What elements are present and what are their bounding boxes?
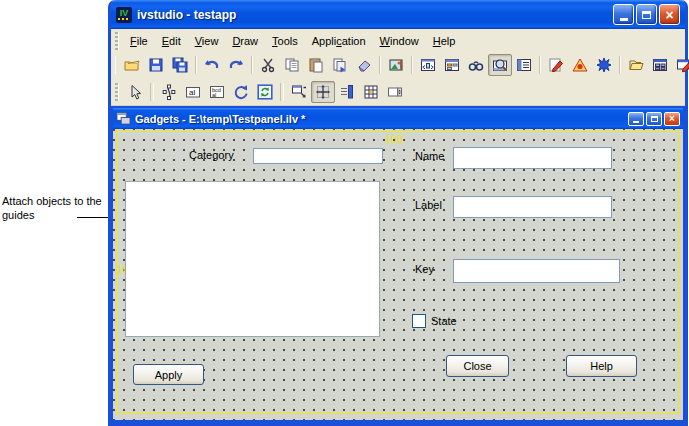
tool-reload-button[interactable] xyxy=(253,81,277,103)
tool-edit-script-button[interactable] xyxy=(544,54,568,76)
tool-duplicate-button[interactable] xyxy=(328,54,352,76)
tool-multiline-gadget-button[interactable]: bcdal xyxy=(205,81,229,103)
tool-undo-button[interactable] xyxy=(200,54,224,76)
toolbar-separator xyxy=(411,56,413,74)
group-editor-icon xyxy=(516,57,532,73)
tool-group-editor-button[interactable] xyxy=(512,54,536,76)
menu-draw[interactable]: Draw xyxy=(225,33,265,49)
tool-paste-button[interactable] xyxy=(304,54,328,76)
menu-file[interactable]: File xyxy=(123,33,155,49)
edit-points-icon xyxy=(161,84,177,100)
menu-window[interactable]: Window xyxy=(373,33,426,49)
guide-label-top[interactable]: 100 xyxy=(385,133,403,145)
close-icon: × xyxy=(665,8,673,22)
apply-button[interactable]: Apply xyxy=(133,364,204,385)
label-label: Label xyxy=(415,199,442,211)
tool-align-objects-button[interactable] xyxy=(335,81,359,103)
gadgets-maximize-button[interactable] xyxy=(646,112,662,126)
toolbar-main-grip[interactable] xyxy=(115,56,116,74)
app-window: IV ivstudio - testapp × FileEditViewDraw… xyxy=(108,0,688,426)
debug-icon xyxy=(596,57,612,73)
resize-mode-icon xyxy=(315,84,331,100)
menu-application[interactable]: Application xyxy=(305,33,373,49)
copy-icon xyxy=(284,57,300,73)
category-field[interactable] xyxy=(253,148,383,164)
menu-edit[interactable]: Edit xyxy=(155,33,188,49)
toolbar-separator xyxy=(379,56,381,74)
toolbar-separator xyxy=(619,56,621,74)
tool-inspect-panel-button[interactable] xyxy=(440,54,464,76)
menu-help[interactable]: Help xyxy=(426,33,463,49)
tool-edit-window-button[interactable] xyxy=(672,54,689,76)
gadgets-titlebar[interactable]: Gadgets - E:\temp\Testpanel.ilv * × xyxy=(113,108,683,129)
tool-label-gadget-button[interactable]: al xyxy=(181,81,205,103)
tool-attach-guides-button[interactable] xyxy=(287,81,311,103)
toolbar-edit-grip[interactable] xyxy=(115,83,119,101)
tool-select-button[interactable] xyxy=(123,81,147,103)
tool-alerts-button[interactable] xyxy=(568,54,592,76)
inspect-panel-icon xyxy=(444,57,460,73)
gadgets-window-controls: × xyxy=(628,112,680,126)
tool-matrix-gadget-button[interactable] xyxy=(359,81,383,103)
tool-save-button[interactable] xyxy=(144,54,168,76)
menubar-grip[interactable] xyxy=(115,32,119,50)
tool-open-panel-button[interactable] xyxy=(624,54,648,76)
minimize-button[interactable] xyxy=(613,4,634,25)
close-button[interactable]: × xyxy=(659,4,680,25)
align-objects-icon xyxy=(339,84,355,100)
toolbar-separator xyxy=(195,56,197,74)
tool-debug-button[interactable] xyxy=(592,54,616,76)
panel-window-icon xyxy=(116,111,131,126)
arrange-windows-icon xyxy=(652,57,668,73)
menu-view[interactable]: View xyxy=(188,33,226,49)
close-icon: × xyxy=(669,114,675,124)
alerts-icon xyxy=(572,57,588,73)
app-titlebar[interactable]: IV ivstudio - testapp × xyxy=(111,0,685,29)
tool-zoom-panel-button[interactable] xyxy=(488,54,512,76)
tool-cut-button[interactable] xyxy=(256,54,280,76)
tool-find-button[interactable] xyxy=(464,54,488,76)
name-field[interactable] xyxy=(453,147,612,169)
tool-redo-button[interactable] xyxy=(224,54,248,76)
label-field[interactable] xyxy=(453,196,612,218)
tool-spin-gadget-button[interactable] xyxy=(383,81,407,103)
spin-gadget-icon xyxy=(387,84,403,100)
svg-text:al: al xyxy=(189,88,195,97)
tool-insert-image-button[interactable] xyxy=(384,54,408,76)
tool-transfer-panel-button[interactable] xyxy=(416,54,440,76)
maximize-button[interactable] xyxy=(636,4,657,25)
multiline-gadget-icon: bcdal xyxy=(209,84,225,100)
menu-tools[interactable]: Tools xyxy=(265,33,305,49)
tool-resize-mode-button[interactable] xyxy=(311,81,335,103)
close-panel-button[interactable]: Close xyxy=(446,355,509,377)
gadgets-close-button[interactable]: × xyxy=(664,112,680,126)
window-controls: × xyxy=(613,4,680,25)
save-all-icon xyxy=(172,57,188,73)
tool-erase-button[interactable] xyxy=(352,54,376,76)
help-button[interactable]: Help xyxy=(566,355,637,377)
gadgets-minimize-button[interactable] xyxy=(628,112,644,126)
tool-edit-points-button[interactable] xyxy=(157,81,181,103)
design-panel[interactable]: 100 100 Category Name Label Key State Ap… xyxy=(113,129,683,420)
toolbar-separator xyxy=(150,83,154,101)
insert-image-icon xyxy=(388,57,404,73)
name-label: Name xyxy=(415,150,444,162)
tool-copy-button[interactable] xyxy=(280,54,304,76)
open-file-icon xyxy=(124,57,140,73)
key-field[interactable] xyxy=(453,259,620,283)
tool-save-all-button[interactable] xyxy=(168,54,192,76)
tool-rotate-button[interactable] xyxy=(229,81,253,103)
rotate-icon xyxy=(233,84,249,100)
state-checkbox[interactable] xyxy=(412,314,426,328)
menu-bar: FileEditViewDrawToolsApplicationWindowHe… xyxy=(111,29,685,52)
cut-icon xyxy=(260,57,276,73)
toolbar-separator xyxy=(251,56,253,74)
list-placeholder[interactable] xyxy=(125,181,380,337)
duplicate-icon xyxy=(332,57,348,73)
state-label: State xyxy=(431,315,457,327)
tool-arrange-windows-button[interactable] xyxy=(648,54,672,76)
erase-icon xyxy=(356,57,372,73)
key-label: Key xyxy=(415,263,434,275)
tool-open-file-button[interactable] xyxy=(120,54,144,76)
zoom-panel-icon xyxy=(492,57,508,73)
